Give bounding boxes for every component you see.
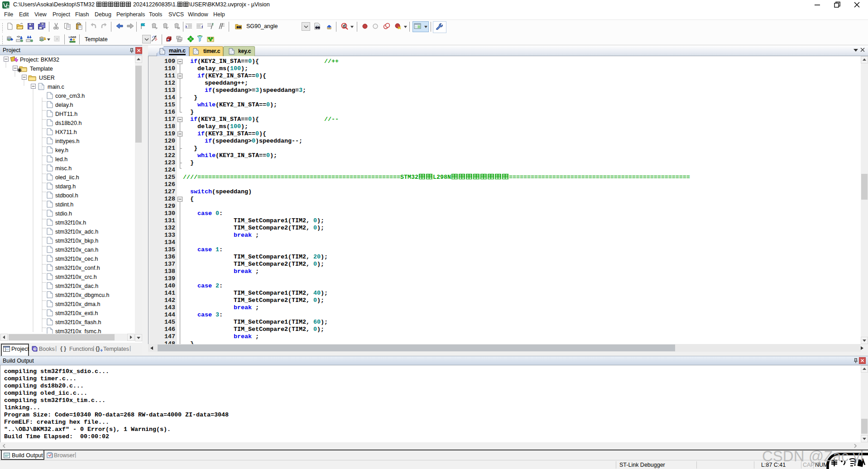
svg-text:LOAD: LOAD <box>69 36 76 38</box>
svg-text:?: ? <box>34 347 36 351</box>
svg-text:d: d <box>343 23 346 29</box>
